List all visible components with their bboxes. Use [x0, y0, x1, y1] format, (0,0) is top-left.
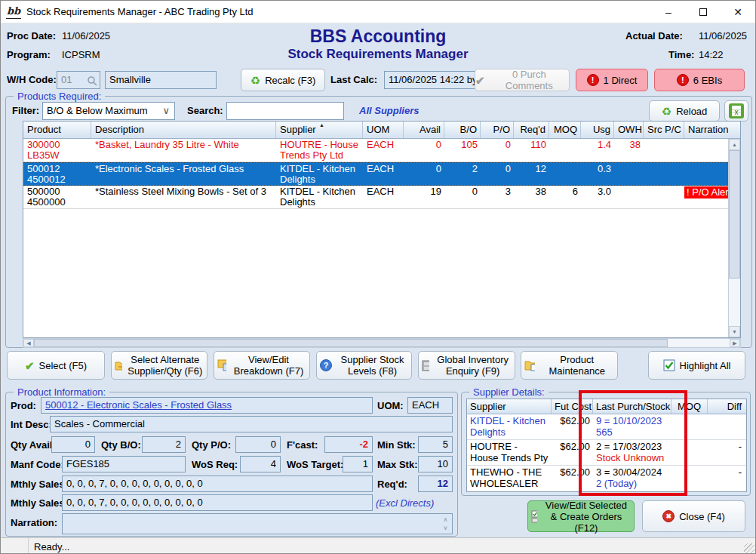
app-logo-icon: bb	[6, 5, 21, 19]
mthly-sales-label: Mthly Sales:	[11, 497, 68, 509]
supplier-row[interactable]: THEWHO - THE WHOLESALER $62.00 3 = 30/04…	[467, 466, 746, 491]
search-input[interactable]	[226, 102, 344, 120]
column-header-srcpc[interactable]: Src P/C	[644, 122, 684, 138]
filter-dropdown[interactable]: B/O & Below Maximum ∨	[42, 102, 175, 120]
supplier-row[interactable]: HOUTRE - House Trends Pty Ltd $62.00 2 =…	[467, 440, 746, 466]
scroll-right-icon[interactable]: ▶	[730, 339, 740, 347]
products-table-header: Product Description Supplier▲ UOM Avail …	[23, 122, 740, 139]
recalc-button[interactable]: ♻ Recalc (F3)	[241, 69, 325, 91]
column-header-usg[interactable]: Usg	[581, 122, 614, 138]
wh-code-field[interactable]: 01	[57, 71, 100, 89]
export-excel-button[interactable]: x	[724, 100, 748, 122]
qty-avail-label: Qty Avail:	[11, 439, 56, 451]
column-header-moq[interactable]: MOQ	[549, 122, 581, 138]
recalc-icon: ♻	[250, 75, 260, 86]
mthly-sales-field-2: 0, 0, 0, 7, 0, 0, 0, 0, 0, 0, 0, 0, 0	[62, 494, 373, 511]
vertical-scrollbar[interactable]: ▲ ▼	[728, 139, 740, 337]
horizontal-scrollbar[interactable]: ◀ ▶	[23, 338, 741, 348]
maximize-icon	[699, 8, 707, 16]
ebis-alert-button[interactable]: ! 6 EBIs	[654, 69, 745, 91]
column-header-moq[interactable]: MOQ	[671, 399, 708, 414]
table-row[interactable]: 300000LB35W *Basket, Laundry 35 Litre - …	[23, 139, 740, 162]
table-row[interactable]: 5000004500000 *Stainless Steel Mixing Bo…	[23, 186, 740, 209]
status-bar: Ready...	[1, 537, 755, 554]
narration-label: Narration:	[11, 517, 57, 528]
wos-req-field: 4	[240, 456, 281, 472]
view-edit-breakdown-button[interactable]: View/Edit Breakdown (F7)	[214, 351, 310, 380]
window-title: Stock Requirements Manager - ABC Trading…	[26, 6, 254, 17]
column-header-narration[interactable]: Narration	[684, 122, 740, 138]
create-orders-button[interactable]: View/Edit Selected & Create Orders (F12)	[527, 500, 635, 532]
column-header-supplier[interactable]: Supplier▲	[276, 122, 363, 138]
close-f4-button[interactable]: ✖ Close (F4)	[642, 500, 745, 532]
uom-field: EACH	[407, 397, 453, 414]
max-stk-field: 10	[418, 456, 453, 472]
column-header-owh[interactable]: OWH	[614, 122, 644, 138]
reload-button[interactable]: ♻ Reload	[649, 100, 720, 122]
column-header-avail[interactable]: Avail	[404, 122, 444, 138]
close-button[interactable]: ✕	[721, 1, 755, 23]
check-icon: ✔	[475, 75, 485, 86]
min-stk-field: 5	[418, 436, 453, 453]
spin-up-icon[interactable]: ∧	[441, 516, 450, 523]
wos-target-field: 1	[343, 456, 373, 472]
column-header-description[interactable]: Description	[91, 122, 276, 138]
reqd-label: Req'd:	[377, 479, 407, 490]
uom-label: UOM:	[377, 400, 404, 411]
scroll-left-icon[interactable]: ◀	[23, 339, 34, 347]
supplier-details-header: Supplier Fut Cost Last Purch/Stock MOQ D…	[467, 399, 746, 414]
maximize-button[interactable]	[686, 1, 721, 23]
prod-link-field[interactable]: 500012 - Electronic Scales - Frosted Gla…	[41, 397, 373, 414]
scroll-down-icon[interactable]: ▼	[729, 326, 740, 337]
actual-date-value: 11/06/2025	[699, 30, 747, 42]
qty-bo-field: 2	[142, 436, 186, 453]
time-label: Time:	[668, 49, 694, 60]
column-header-last-purch-stock[interactable]: Last Purch/Stock	[593, 399, 671, 414]
column-header-po[interactable]: P/O	[481, 122, 514, 138]
products-required-group-label: Products Required:	[14, 91, 105, 102]
column-header-bo[interactable]: B/O	[444, 122, 481, 138]
narration-field[interactable]: ∧ ∨	[62, 513, 453, 534]
supplier-row[interactable]: KITDEL - Kitchen Delights $62.00 9 = 10/…	[467, 414, 746, 440]
folder-document-icon	[524, 359, 535, 371]
supplier-stock-levels-button[interactable]: ? Supplier Stock Levels (F8)	[316, 351, 412, 380]
title-bar: bb Stock Requirements Manager - ABC Trad…	[1, 1, 755, 23]
table-row-selected[interactable]: 5000124500012 *Electronic Scales - Frost…	[23, 162, 740, 186]
last-calc-label: Last Calc:	[330, 74, 377, 85]
app-window: bb Stock Requirements Manager - ABC Trad…	[0, 0, 756, 554]
max-stk-label: Max Stk:	[377, 459, 417, 470]
scrollbar-thumb[interactable]	[729, 150, 740, 279]
int-desc-field: Scales - Commercial	[50, 416, 453, 432]
scroll-up-icon[interactable]: ▲	[729, 139, 740, 150]
column-header-product[interactable]: Product	[23, 122, 91, 138]
time-value: 14:22	[699, 49, 724, 60]
minimize-button[interactable]: –	[651, 1, 686, 23]
product-information-group: Product Information: Prod: 500012 - Elec…	[5, 392, 458, 537]
column-header-supplier[interactable]: Supplier	[467, 399, 552, 414]
int-desc-label: Int Desc:	[11, 419, 52, 430]
search-lookup-icon[interactable]	[87, 75, 97, 86]
direct-alert-button[interactable]: ! 1 Direct	[576, 69, 648, 91]
products-table: Product Description Supplier▲ UOM Avail …	[23, 121, 741, 338]
column-header-diff[interactable]: Diff	[708, 399, 746, 414]
select-button[interactable]: ✔ Select (F5)	[7, 351, 105, 380]
fcast-field: -2	[324, 436, 373, 453]
select-alternate-supplier-button[interactable]: Select Alternate Supplier/Qty (F6)	[111, 351, 207, 380]
global-inventory-enquiry-button[interactable]: Global Inventory Enquiry (F9)	[418, 351, 515, 380]
spin-down-icon[interactable]: ∨	[441, 525, 450, 531]
column-header-uom[interactable]: UOM	[363, 122, 404, 138]
resize-grip[interactable]	[744, 543, 754, 554]
purch-comments-button: ✔ 0 Purch Comments	[475, 69, 570, 91]
warehouse-name-field[interactable]: Smallville	[105, 71, 217, 89]
column-header-reqd[interactable]: Req'd	[514, 122, 549, 138]
scrollbar-thumb[interactable]	[34, 339, 668, 347]
supplier-details-table: Supplier Fut Cost Last Purch/Stock MOQ D…	[466, 399, 747, 492]
highlight-all-button[interactable]: Highlight All	[648, 351, 745, 380]
product-maintenance-button[interactable]: Product Maintenance	[521, 351, 618, 380]
column-header-fut-cost[interactable]: Fut Cost	[552, 399, 593, 414]
windows-icon	[217, 359, 226, 371]
wh-code-label: W/H Code:	[7, 74, 57, 85]
filter-label: Filter:	[12, 105, 39, 116]
qty-avail-field: 0	[51, 436, 95, 453]
status-text: Ready...	[34, 541, 69, 552]
